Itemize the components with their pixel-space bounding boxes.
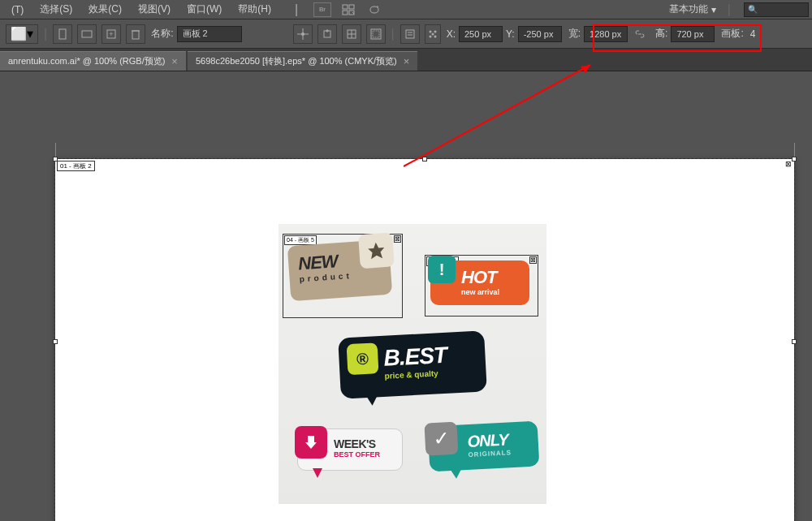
document-tabs: anrentuku.com.ai* @ 100% (RGB/预览) × 5698… xyxy=(0,49,812,71)
close-icon[interactable]: × xyxy=(404,55,410,67)
divider-icon: | xyxy=(287,2,305,17)
canvas-area[interactable]: 01 - 画板 2 ⊠ 04 - 画板 5 ⊠ 03 - 画板 4 ⊠ xyxy=(0,71,812,521)
tab-2[interactable]: 5698c26be2050 [转换].eps* @ 100% (CMYK/预览)… xyxy=(188,51,417,71)
menu-bar: (T) 选择(S) 效果(C) 视图(V) 窗口(W) 帮助(H) | Br 基… xyxy=(0,0,812,19)
name-input[interactable] xyxy=(177,26,242,42)
artboards-label: 画板: xyxy=(721,27,743,41)
tab-1-title: anrentuku.com.ai* @ 100% (RGB/预览) xyxy=(8,55,165,67)
bridge-icon[interactable]: Br xyxy=(313,2,331,17)
artboard-label[interactable]: 01 - 画板 2 xyxy=(57,161,95,171)
check-icon: ✓ xyxy=(424,422,458,456)
badge-week-sub: BEST OFFER xyxy=(334,450,395,459)
svg-point-24 xyxy=(429,35,431,37)
speech-tail xyxy=(450,468,462,479)
star-icon xyxy=(358,232,395,269)
w-input[interactable] xyxy=(584,26,628,42)
svg-rect-8 xyxy=(132,31,139,39)
artboard-2[interactable]: 01 - 画板 2 ⊠ 04 - 画板 5 ⊠ 03 - 画板 4 ⊠ xyxy=(55,159,794,521)
y-input[interactable] xyxy=(518,26,562,42)
x-input[interactable] xyxy=(459,26,503,42)
registered-icon: ® xyxy=(347,342,379,375)
badge-week-text: WEEK'S xyxy=(334,437,395,450)
speech-tail xyxy=(313,468,322,478)
artboard-options-btn[interactable] xyxy=(400,24,420,44)
svg-point-26 xyxy=(431,32,434,35)
svg-rect-0 xyxy=(343,5,348,9)
sync-icon[interactable] xyxy=(365,2,383,17)
inner-artboard-5-label: 04 - 画板 5 xyxy=(284,235,317,245)
menu-effect[interactable]: 效果(C) xyxy=(80,1,130,18)
new-artboard-btn[interactable]: + xyxy=(102,24,121,44)
badge-hot-text: HOT xyxy=(461,267,520,288)
speech-tail xyxy=(365,394,379,406)
move-copy-btn[interactable] xyxy=(317,24,337,44)
resize-handle[interactable] xyxy=(422,157,427,161)
resize-handle[interactable] xyxy=(792,157,797,161)
divider-icon: | xyxy=(728,2,731,17)
svg-point-25 xyxy=(434,35,436,37)
artboard-container: 01 - 画板 2 ⊠ 04 - 画板 5 ⊠ 03 - 画板 4 ⊠ xyxy=(55,159,794,521)
name-label: 名称: xyxy=(151,27,173,41)
x-label: X: xyxy=(447,28,456,40)
search-box[interactable]: 🔍 xyxy=(744,2,809,17)
badge-hot: HOT new arrival ! xyxy=(430,260,529,305)
svg-point-22 xyxy=(429,30,431,32)
arrow-down-icon xyxy=(295,426,327,459)
badge-hot-sub: new arrival xyxy=(461,288,520,296)
svg-rect-1 xyxy=(349,5,354,9)
menu-window[interactable]: 窗口(W) xyxy=(179,1,230,18)
tab-2-title: 5698c26be2050 [转换].eps* @ 100% (CMYK/预览) xyxy=(196,55,397,67)
badge-best: B.EST price & qualty ® xyxy=(339,334,486,395)
link-wh-btn[interactable] xyxy=(630,24,650,44)
svg-rect-5 xyxy=(82,31,92,37)
workspace-dropdown[interactable]: 基本功能 ▾ xyxy=(663,1,723,18)
portrait-btn[interactable] xyxy=(53,24,72,44)
chevron-down-icon: ▾ xyxy=(711,4,716,15)
artboards-count: 4 xyxy=(750,28,756,40)
menu-view[interactable]: 视图(V) xyxy=(130,1,179,18)
menu-select[interactable]: 选择(S) xyxy=(32,1,80,18)
svg-rect-27 xyxy=(308,436,314,442)
badge-new: NEW product xyxy=(287,239,392,302)
search-icon: 🔍 xyxy=(748,5,758,14)
resize-handle[interactable] xyxy=(53,339,58,344)
arrange-icon[interactable] xyxy=(339,2,357,17)
svg-rect-18 xyxy=(373,31,379,37)
close-icon[interactable]: × xyxy=(171,55,178,67)
svg-rect-19 xyxy=(406,30,414,38)
y-label: Y: xyxy=(506,28,515,40)
close-icon[interactable]: ⊠ xyxy=(529,256,537,264)
registration-btn[interactable] xyxy=(425,24,441,44)
resize-handle[interactable] xyxy=(53,157,58,161)
w-label: 宽: xyxy=(568,27,581,41)
h-input[interactable] xyxy=(671,26,715,42)
exclamation-icon: ! xyxy=(428,256,456,283)
svg-text:+: + xyxy=(110,30,114,38)
workspace-label: 基本功能 xyxy=(669,2,708,16)
badge-week: WEEK'S BEST OFFER xyxy=(297,428,403,471)
menu-t[interactable]: (T) xyxy=(3,2,32,17)
badge-only: ONLY ORIGINALS ✓ xyxy=(429,424,538,469)
resize-handle[interactable] xyxy=(792,339,797,344)
menu-help[interactable]: 帮助(H) xyxy=(230,1,279,18)
show-safe-btn[interactable] xyxy=(366,24,386,44)
divider-icon: | xyxy=(391,27,395,41)
svg-rect-4 xyxy=(59,29,66,39)
reference-point-btn[interactable] xyxy=(293,24,313,44)
preset-dropdown[interactable]: ⬜▾ xyxy=(6,24,38,44)
options-bar: ⬜▾ | + 名称: | X: Y: 宽: 高: 画板: 4 xyxy=(0,19,812,49)
svg-rect-2 xyxy=(343,11,348,15)
show-cross-btn[interactable] xyxy=(342,24,361,44)
close-icon[interactable]: ⊠ xyxy=(394,235,401,243)
svg-point-23 xyxy=(434,30,436,32)
tab-1[interactable]: anrentuku.com.ai* @ 100% (RGB/预览) × xyxy=(0,51,186,71)
landscape-btn[interactable] xyxy=(77,24,97,44)
h-label: 高: xyxy=(655,27,667,41)
divider-icon: | xyxy=(44,27,47,41)
delete-artboard-btn[interactable] xyxy=(126,24,145,44)
